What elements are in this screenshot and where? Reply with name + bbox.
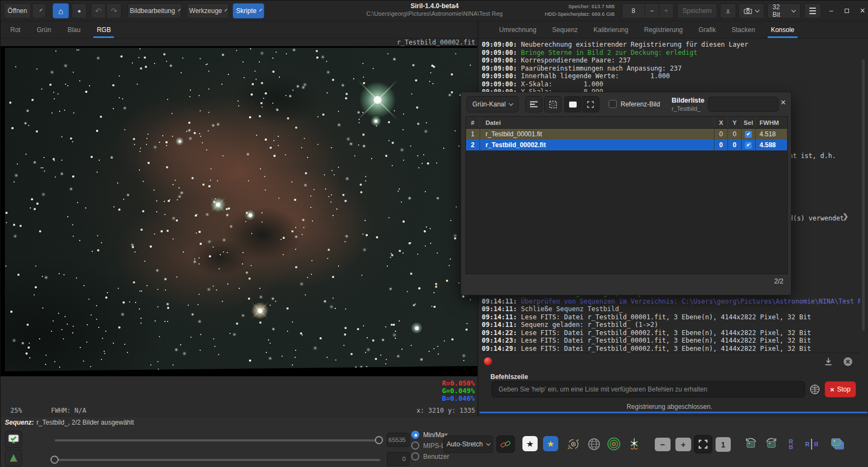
spinner-plus-button[interactable]: + [659,4,673,18]
redo-button[interactable]: ↷ [106,3,122,18]
col-x[interactable]: X [714,117,728,128]
undo-depth-spinner[interactable]: 8 − + [622,3,674,18]
tab-kalibrierung[interactable]: Kalibrierung [592,21,629,38]
list-view-button[interactable] [525,96,542,112]
menu-werkzeuge[interactable]: Werkzeuge [187,3,229,18]
row-sel-cell[interactable]: ✔ [742,140,756,150]
menu-skripte[interactable]: Skripte [233,3,264,18]
tab-rot[interactable]: Rot [9,21,22,38]
channel-link-button[interactable] [496,436,515,453]
panel-expand-chevron[interactable]: ❯ [843,212,848,220]
window-close-button[interactable]: × [857,5,868,16]
star-detection-toggle[interactable]: ★ [522,436,538,451]
display-mode-button[interactable] [5,431,22,448]
search-box[interactable] [708,97,778,112]
record-button[interactable]: ● [72,3,87,18]
tab-gruen[interactable]: Grün [36,21,53,38]
tab-sequenz[interactable]: Sequenz [551,21,579,38]
window-maximize-button[interactable] [841,5,853,16]
zoom-in-button[interactable]: + [675,438,691,451]
selection-frame-button[interactable] [544,96,561,112]
annotation-button[interactable] [564,96,582,112]
home-button[interactable]: ⌂ [53,3,69,18]
tab-konsole[interactable]: Konsole [770,21,795,38]
undo-depth-value[interactable]: 8 [622,4,645,18]
blue-value: B=0.046% [442,395,475,402]
bilderliste-dialog: Grün-Kanal Referenz-Bild Bilderliste r_T… [461,92,792,295]
export-log-button[interactable] [824,357,834,368]
color-gamut-button[interactable] [5,449,22,466]
radio-benutzer[interactable] [411,452,419,460]
mirror-vertical-button[interactable]: R R [783,436,799,452]
clear-log-button[interactable] [843,357,854,368]
image-viewer[interactable] [1,46,477,376]
col-number[interactable]: # [466,117,480,128]
high-slider-handle[interactable] [375,436,383,444]
stop-button[interactable]: × Stop [825,381,856,397]
filename-strip: r_Testbild_00002.fit [1,39,477,46]
undo-button[interactable]: ↶ [91,3,106,18]
menu-bildbearbeitung[interactable]: Bildbearbeitung [127,3,182,18]
camera-icon [744,7,752,15]
tab-grafik[interactable]: Grafik [698,21,717,38]
command-input[interactable] [492,381,805,397]
galaxy-icon [566,437,580,451]
fullscreen-button[interactable] [582,96,599,112]
reference-image-checkbox[interactable] [609,100,617,108]
viewer-statusline: 25% FWHM: N/A x: 3210 y: 1335 [1,407,477,416]
col-fwhm[interactable]: FWHM [756,117,787,128]
rotate-right-button[interactable] [763,436,780,452]
bit-depth-selector[interactable]: 32 Bit [767,3,801,18]
command-help-button[interactable] [809,384,820,395]
low-slider-handle[interactable] [50,456,59,464]
console-scrollbar[interactable] [862,59,865,331]
open-dropdown-button[interactable] [32,3,46,18]
row-selected-checkbox[interactable]: ✔ [745,131,752,138]
rotate-left-button[interactable] [743,436,759,452]
snapshot-button[interactable] [738,3,764,18]
record-log-indicator[interactable] [484,357,492,365]
col-datei[interactable]: Datei [480,117,714,128]
high-level-slider[interactable] [55,439,380,441]
tab-stacken[interactable]: Stacken [731,21,756,38]
low-level-slider[interactable] [55,459,380,461]
registration-target-button[interactable] [607,437,621,451]
col-y[interactable]: Y [728,117,742,128]
chevron-down-icon [40,9,42,11]
search-input[interactable] [716,100,778,108]
zoom-100-button[interactable]: 1 [716,437,731,452]
main-menu-button[interactable] [804,3,821,18]
command-line-label: Befehlszeile [490,373,528,381]
photometry-button[interactable]: ★ [543,436,558,451]
save-as-button[interactable] [720,3,736,18]
dialog-close-button[interactable]: × [781,98,786,108]
col-sel[interactable]: Sel [742,117,756,128]
stretch-mode-dropdown[interactable]: Auto-Stretch [443,436,493,453]
tab-umrechnung[interactable]: Umrechnung [498,21,538,38]
table-header: # Datei X Y Sel FWHM [466,117,787,129]
zoom-out-button[interactable]: − [655,438,671,451]
world-coordinates-button[interactable] [586,437,601,451]
radio-minmax[interactable] [411,431,419,439]
psf-button[interactable] [627,437,641,451]
tab-registrierung[interactable]: Registrierung [643,21,684,38]
sequence-frames-button[interactable] [827,434,847,454]
open-button[interactable]: Öffnen [4,3,31,18]
zoom-fit-button[interactable] [694,435,712,453]
table-row[interactable]: 1r_Testbild_00001.fit00✔4.518 [466,129,787,140]
tab-blau[interactable]: Blau [66,21,81,38]
radio-mips[interactable] [411,441,419,450]
astrometry-button[interactable] [566,437,580,451]
save-button[interactable]: Speichern [677,3,717,18]
tab-rgb[interactable]: RGB [95,21,112,38]
window-minimize-button[interactable]: − [825,5,837,16]
list-icon [529,100,538,108]
row-sel-cell[interactable]: ✔ [742,129,756,140]
channel-selector-dropdown[interactable]: Grün-Kanal [467,96,519,112]
high-level-value[interactable]: 65535 [387,433,410,447]
table-row[interactable]: 2r_Testbild_00002.fit00✔4.588 [466,140,787,150]
low-level-value[interactable]: 0 [387,452,410,466]
spinner-minus-button[interactable]: − [645,4,659,18]
row-selected-checkbox[interactable]: ✔ [745,142,752,149]
mirror-horizontal-button[interactable]: R R [803,436,820,452]
